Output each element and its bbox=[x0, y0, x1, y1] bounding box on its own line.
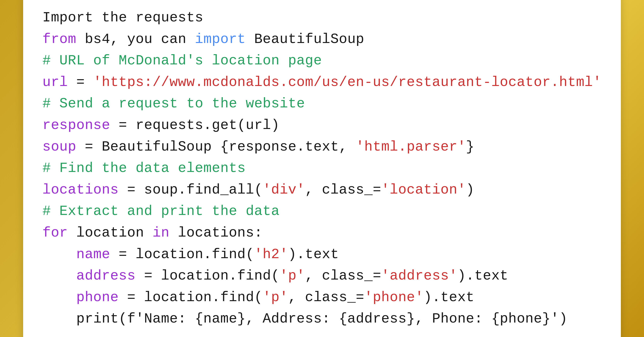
code-segment: url bbox=[42, 74, 68, 90]
code-segment: response bbox=[42, 118, 110, 133]
code-segment: , class_= bbox=[305, 182, 381, 198]
code-segment: = requests.get(url) bbox=[110, 118, 280, 133]
code-segment: = soup.find_all( bbox=[118, 182, 262, 198]
code-segment: Import the requests bbox=[42, 10, 204, 26]
code-segment: # Extract and print the data bbox=[42, 204, 280, 219]
code-segment: } bbox=[466, 139, 474, 155]
code-segment: import bbox=[195, 32, 246, 47]
code-segment: location bbox=[68, 225, 152, 241]
code-line-6: response = requests.get(url) bbox=[42, 115, 602, 136]
code-segment: print(f'Name: {name}, Address: {address}… bbox=[42, 311, 568, 327]
code-segment: address bbox=[42, 268, 136, 284]
code-segment: # URL of McDonald's location page bbox=[42, 53, 322, 69]
code-segment: from bbox=[42, 32, 76, 47]
code-line-3: # URL of McDonald's location page bbox=[42, 50, 602, 72]
code-segment: name bbox=[42, 246, 110, 262]
code-line-11: for location in locations: bbox=[42, 222, 602, 244]
code-line-9: locations = soup.find_all('div', class_=… bbox=[42, 179, 602, 201]
code-segment: = location.find( bbox=[110, 246, 254, 262]
code-segment: = location.find( bbox=[118, 290, 262, 306]
code-container: Import the requestsfrom bs4, you can imp… bbox=[23, 0, 621, 337]
code-segment: 'h2' bbox=[254, 246, 288, 262]
code-line-8: # Find the data elements bbox=[42, 158, 602, 179]
code-segment: 'location' bbox=[381, 182, 466, 198]
code-segment: = bbox=[68, 74, 93, 90]
code-segment: 'p' bbox=[262, 290, 288, 306]
code-segment: 'html.parser' bbox=[356, 139, 466, 155]
code-line-12: name = location.find('h2').text bbox=[42, 244, 602, 266]
code-line-7: soup = BeautifulSoup {response.text, 'ht… bbox=[42, 136, 602, 158]
code-segment: , class_= bbox=[288, 290, 364, 306]
code-segment: # Send a request to the website bbox=[42, 96, 305, 112]
code-line-2: from bs4, you can import BeautifulSoup bbox=[42, 29, 602, 50]
code-segment: = location.find( bbox=[136, 268, 280, 284]
code-segment: = BeautifulSoup {response.text, bbox=[76, 139, 356, 155]
code-segment: 'phone' bbox=[364, 290, 424, 306]
code-segment: 'address' bbox=[381, 268, 457, 284]
code-line-15: print(f'Name: {name}, Address: {address}… bbox=[42, 308, 602, 330]
code-segment: locations: bbox=[170, 225, 262, 241]
code-segment: soup bbox=[42, 139, 76, 155]
code-segment: BeautifulSoup bbox=[246, 32, 364, 47]
code-line-13: address = location.find('p', class_='add… bbox=[42, 265, 602, 287]
code-line-10: # Extract and print the data bbox=[42, 201, 602, 222]
code-segment: bs4, you can bbox=[76, 32, 195, 47]
code-line-1: Import the requests bbox=[42, 7, 602, 29]
code-segment: ).text bbox=[424, 290, 474, 306]
code-segment: ).text bbox=[457, 268, 508, 284]
code-line-4: url = 'https://www.mcdonalds.com/us/en-u… bbox=[42, 72, 602, 93]
code-segment: locations bbox=[42, 182, 118, 198]
code-segment: 'div' bbox=[262, 182, 305, 198]
code-line-14: phone = location.find('p', class_='phone… bbox=[42, 287, 602, 308]
code-segment: for bbox=[42, 225, 68, 241]
code-block: Import the requestsfrom bs4, you can imp… bbox=[42, 7, 602, 330]
code-line-5: # Send a request to the website bbox=[42, 93, 602, 115]
code-segment: # Find the data elements bbox=[42, 160, 246, 176]
code-segment: ).text bbox=[288, 246, 339, 262]
code-segment: 'p' bbox=[280, 268, 305, 284]
code-segment: in bbox=[152, 225, 170, 241]
code-segment: phone bbox=[42, 290, 118, 306]
code-segment: , class_= bbox=[305, 268, 381, 284]
code-segment: 'https://www.mcdonalds.com/us/en-us/rest… bbox=[93, 74, 602, 90]
code-segment: ) bbox=[466, 182, 474, 198]
